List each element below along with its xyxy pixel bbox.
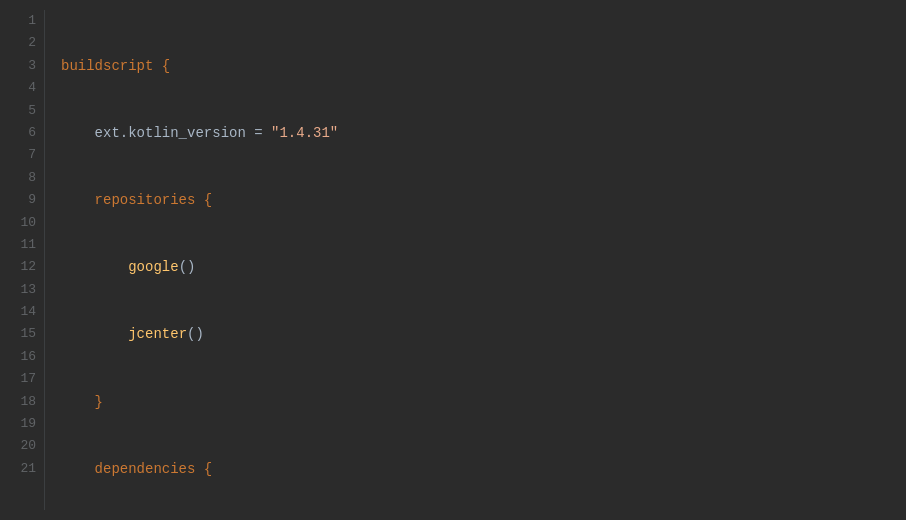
- line-num-6: 6: [8, 122, 36, 144]
- line-num-9: 9: [8, 189, 36, 211]
- code-line-3: repositories {: [61, 189, 890, 211]
- line-num-16: 16: [8, 346, 36, 368]
- line-num-3: 3: [8, 55, 36, 77]
- line-num-5: 5: [8, 100, 36, 122]
- line-num-10: 10: [8, 212, 36, 234]
- line-num-15: 15: [8, 323, 36, 345]
- code-line-1: buildscript {: [61, 55, 890, 77]
- line-num-4: 4: [8, 77, 36, 99]
- code-line-4: google(): [61, 256, 890, 278]
- line-num-14: 14: [8, 301, 36, 323]
- line-num-21: 21: [8, 458, 36, 480]
- line-num-12: 12: [8, 256, 36, 278]
- code-line-5: jcenter(): [61, 323, 890, 345]
- line-num-2: 2: [8, 32, 36, 54]
- line-num-19: 19: [8, 413, 36, 435]
- code-line-7: dependencies {: [61, 458, 890, 480]
- line-num-8: 8: [8, 167, 36, 189]
- line-num-13: 13: [8, 279, 36, 301]
- code-line-6: }: [61, 391, 890, 413]
- line-num-18: 18: [8, 391, 36, 413]
- line-num-11: 11: [8, 234, 36, 256]
- code-area[interactable]: buildscript { ext.kotlin_version = "1.4.…: [45, 10, 906, 510]
- line-num-1: 1: [8, 10, 36, 32]
- line-numbers: 1 2 3 4 5 6 7 8 9 10 11 12 13 14 15 16 1…: [0, 10, 45, 510]
- line-num-17: 17: [8, 368, 36, 390]
- code-editor: 1 2 3 4 5 6 7 8 9 10 11 12 13 14 15 16 1…: [0, 0, 906, 520]
- line-num-7: 7: [8, 144, 36, 166]
- line-num-20: 20: [8, 435, 36, 457]
- code-line-2: ext.kotlin_version = "1.4.31": [61, 122, 890, 144]
